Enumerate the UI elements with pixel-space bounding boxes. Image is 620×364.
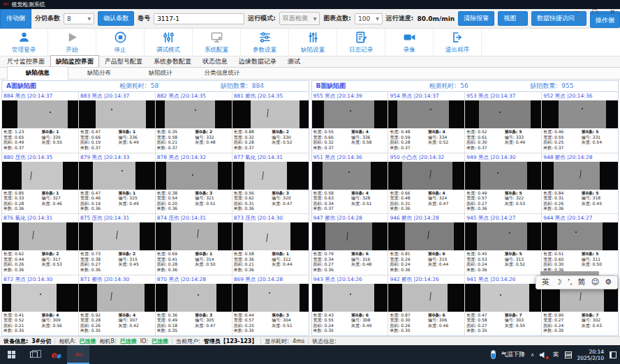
action-button-exit[interactable]: 退出程序 bbox=[434, 29, 482, 56]
defect-cell-882[interactable]: 882 黑点 |20:14:35长度: 0.35宽度: 0.58面积: 0.21… bbox=[156, 92, 232, 153]
confirm-strips-button[interactable]: 确认条数 bbox=[98, 11, 134, 26]
defect-cell-952[interactable]: 952 黑点 |20:14:36长度: 0.46宽度: 0.55面积: 0.25… bbox=[542, 92, 618, 153]
main-tab-6[interactable]: 测试 bbox=[282, 55, 306, 67]
ime-settings-gear-icon[interactable]: ⚙ bbox=[605, 276, 612, 289]
defect-cell-945[interactable]: 945 黑点 |20:14:27长度: 0.45宽度: 0.53面积: 0.24… bbox=[465, 214, 541, 275]
main-tab-0[interactable]: 尺寸监控界面 bbox=[1, 55, 50, 67]
action-button-monitor[interactable]: 系统配置 bbox=[193, 29, 241, 56]
ime-emoji-icon[interactable]: ☺ bbox=[591, 276, 599, 289]
main-tab-5[interactable]: 边缘数据记录 bbox=[233, 55, 282, 67]
main-tab-1[interactable]: 缺陷监控界面 bbox=[50, 55, 99, 67]
roll-number-input[interactable] bbox=[154, 13, 244, 24]
defect-info-field: 长度: 0.55 bbox=[313, 129, 352, 135]
ime-moon-icon[interactable]: ☽ bbox=[555, 276, 562, 289]
defect-info-field: 编号: 325 bbox=[118, 195, 153, 201]
defect-cell-880[interactable]: 880 压伤 |20:14:35长度: 0.85宽度: 0.33面积: 0.28… bbox=[2, 153, 78, 214]
defect-cell-884[interactable]: 884 黑点 |20:14:37长度: 1.23宽度: 0.65面积: 0.49… bbox=[2, 92, 78, 153]
defect-info: 长度: 0.85宽度: 0.33面积: 0.28米数: 0.36第0条: 1编号… bbox=[2, 190, 78, 214]
windows-start-button[interactable] bbox=[0, 345, 22, 364]
defect-sliders-icon bbox=[307, 31, 320, 45]
defect-info-field: 米数: 0.37 bbox=[390, 145, 428, 151]
chevron-down-icon: ▼ bbox=[376, 16, 379, 21]
defect-cell-871[interactable]: 871 擦伤 |20:14:30长度: 0.92宽度: 0.28面积: 0.26… bbox=[79, 275, 155, 336]
defect-cell-951[interactable]: 951 黑点 |20:14:36长度: 0.58宽度: 0.63面积: 0.34… bbox=[312, 153, 388, 214]
sub-tab-0[interactable]: 缺陷信息 bbox=[7, 66, 68, 80]
tray-expand-icon[interactable]: ∧ bbox=[531, 352, 534, 358]
action-button-play[interactable]: 开始 bbox=[48, 29, 96, 56]
ime-punctuation-toggle[interactable]: ’, bbox=[568, 276, 573, 289]
defect-cell-876[interactable]: 876 氧化 |20:14:31长度: 0.62宽度: 0.44面积: 0.26… bbox=[2, 214, 78, 275]
defect-cell-874[interactable]: 874 压伤 |20:14:31长度: 0.69宽度: 0.41面积: 0.28… bbox=[156, 214, 232, 275]
defect-info-field: 宽度: 0.32 bbox=[234, 135, 272, 140]
defect-grid-b: 955 黑点 |20:14:39长度: 0.55宽度: 0.66面积: 0.32… bbox=[312, 92, 619, 335]
operator-side-button[interactable]: 操作侧 bbox=[590, 13, 620, 28]
defect-cell-954[interactable]: 954 黑点 |20:14:37长度: 0.48宽度: 0.59面积: 0.28… bbox=[388, 92, 464, 153]
defect-info-field: 面积: 0.24 bbox=[466, 261, 505, 267]
defect-info-left: 长度: 0.73宽度: 0.38面积: 0.27米数: 0.36 bbox=[80, 251, 119, 274]
defect-cell-950[interactable]: 950 小凸点 |20:14:32长度: 0.66宽度: 0.48面积: 0.3… bbox=[388, 153, 464, 214]
action-button-user[interactable]: 管理登录 bbox=[0, 29, 48, 56]
defect-cell-879[interactable]: 879 黑点 |20:14:33长度: 0.47宽度: 0.46面积: 0.19… bbox=[79, 153, 155, 214]
action-button-camera[interactable]: 录像 bbox=[385, 29, 434, 56]
main-tab-4[interactable]: 状态信息 bbox=[197, 55, 233, 67]
params-sliders-icon bbox=[258, 31, 272, 45]
defect-info-field: 米数: 0.35 bbox=[234, 328, 272, 333]
defect-cell-870[interactable]: 870 黑点 |20:14:28长度: 0.36宽度: 0.49面积: 0.18… bbox=[156, 275, 232, 336]
defect-cell-878[interactable]: 878 黑点 |20:14:32长度: 0.38宽度: 0.54面积: 0.20… bbox=[156, 153, 232, 214]
defect-image bbox=[542, 222, 618, 250]
defect-info-field: 第0条: 6 bbox=[428, 312, 463, 318]
clear-alarm-button[interactable]: 清除报警 bbox=[458, 11, 494, 26]
taskbar-clock[interactable]: 20:14 2025/2/10 bbox=[577, 349, 604, 361]
defect-cell-953[interactable]: 953 黑点 |20:14:37长度: 0.52宽度: 0.61面积: 0.30… bbox=[465, 92, 541, 153]
pinned-app-button[interactable]: e● bbox=[45, 345, 67, 364]
defect-cell-872[interactable]: 872 黑点 |20:14:30长度: 0.41宽度: 0.52面积: 0.21… bbox=[2, 275, 78, 336]
sub-tab-3[interactable]: 分类信息统计 bbox=[191, 67, 253, 79]
action-center-icon[interactable] bbox=[610, 351, 617, 358]
weather-text[interactable]: 气温下降 bbox=[501, 351, 525, 359]
run-mode-select[interactable]: 双面检测 ▼ bbox=[279, 12, 320, 25]
sub-tab-1[interactable]: 缺陷分布 bbox=[68, 67, 130, 79]
volume-icon[interactable] bbox=[540, 351, 547, 358]
defect-cell-881[interactable]: 881 擦伤 |20:14:35长度: 0.88宽度: 0.32面积: 0.28… bbox=[232, 92, 309, 153]
defect-cell-877[interactable]: 877 氧化 |20:14:31长度: 0.56宽度: 0.62面积: 0.31… bbox=[232, 153, 309, 214]
defect-cell-948[interactable]: 948 擦伤 |20:14:28长度: 0.84宽度: 0.31面积: 0.26… bbox=[542, 153, 618, 214]
task-view-button[interactable] bbox=[22, 345, 45, 364]
io-label: IO: bbox=[140, 338, 148, 344]
defect-cell-941[interactable]: 941 黑点 |20:14:26长度: 0.47宽度: 0.58面积: 0.27… bbox=[465, 275, 541, 336]
action-button-debug-sliders[interactable]: 调试模式 bbox=[145, 29, 193, 56]
defect-cell-942[interactable]: 942 擦伤 |20:14:26长度: 0.87宽度: 0.30面积: 0.26… bbox=[388, 275, 464, 336]
action-button-label: 停止 bbox=[115, 46, 126, 54]
drive-side-button[interactable]: 传动侧 bbox=[0, 9, 31, 29]
chart-points-select[interactable]: 100 ▼ bbox=[355, 13, 383, 24]
minimize-button[interactable]: ─ bbox=[573, 8, 581, 15]
sub-tab-2[interactable]: 缺陷统计 bbox=[130, 67, 191, 79]
defect-mark bbox=[509, 232, 510, 234]
defect-cell-873[interactable]: 873 压伤 |20:14:30长度: 0.58宽度: 0.36面积: 0.21… bbox=[232, 214, 309, 275]
defect-cell-955[interactable]: 955 黑点 |20:14:39长度: 0.55宽度: 0.66面积: 0.32… bbox=[312, 92, 388, 153]
action-button-defect-sliders[interactable]: 缺陷设置 bbox=[289, 29, 337, 56]
ime-keyboard-icon[interactable]: ⌨ bbox=[565, 351, 572, 358]
main-tab-2[interactable]: 产品型号配置 bbox=[99, 55, 148, 67]
ime-language-indicator[interactable]: 英 bbox=[553, 351, 559, 359]
defect-cell-949[interactable]: 949 黑点 |20:14:30长度: 0.49宽度: 0.57面积: 0.27… bbox=[465, 153, 541, 214]
defect-cell-875[interactable]: 875 压伤 |20:14:31长度: 0.73宽度: 0.38面积: 0.27… bbox=[79, 214, 155, 275]
detection-app-taskbar-button[interactable]: ✄ bbox=[67, 345, 89, 364]
defect-cell-883[interactable]: 883 黑点 |20:14:37长度: 0.47宽度: 0.66面积: 0.19… bbox=[79, 92, 155, 153]
defect-info: 长度: 0.52宽度: 0.61面积: 0.30米数: 0.37第0条: 5编号… bbox=[465, 128, 541, 153]
defect-info-field: 米数: 0.36 bbox=[313, 267, 352, 273]
ime-lang-toggle[interactable]: 英 bbox=[542, 276, 549, 289]
action-button-log[interactable]: 日志记录 bbox=[337, 29, 385, 56]
defect-cell-944[interactable]: 944 黑点 |20:14:27长度: 0.51宽度: 0.60面积: 0.30… bbox=[542, 214, 618, 275]
strip-count-select[interactable]: 8 ▼ bbox=[64, 13, 94, 24]
action-button-params-sliders[interactable]: 参数设置 bbox=[241, 29, 289, 56]
defect-cell-947[interactable]: 947 擦伤 |20:14:28长度: 0.79宽度: 0.34面积: 0.27… bbox=[312, 214, 388, 275]
defect-cell-869[interactable]: 869 黑点 |20:14:28长度: 0.44宽度: 0.57面积: 0.25… bbox=[232, 275, 309, 336]
defect-info-field: 米数: 0.36 bbox=[390, 206, 428, 211]
action-button-stop[interactable]: 停止 bbox=[96, 29, 145, 56]
defect-mark bbox=[500, 294, 501, 296]
defect-cell-946[interactable]: 946 擦伤 |20:14:28长度: 0.81宽度: 0.29面积: 0.24… bbox=[388, 214, 464, 275]
view-menu-button[interactable]: 视图▼ bbox=[498, 11, 528, 26]
main-tab-3[interactable]: 系统参数配置 bbox=[148, 55, 197, 67]
ime-simplified-toggle[interactable]: 简 bbox=[578, 276, 586, 289]
defect-cell-943[interactable]: 943 黑点 |20:14:26长度: 0.43宽度: 0.55面积: 0.24… bbox=[312, 275, 388, 336]
